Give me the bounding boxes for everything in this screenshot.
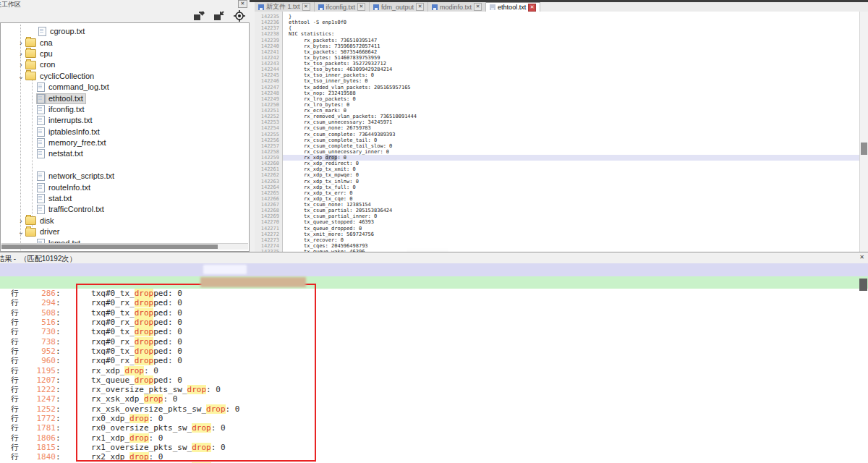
result-line-number: 730 — [21, 327, 56, 336]
tree-item[interactable]: stat.txt — [1, 193, 249, 204]
tree-item[interactable]: ifconfig.txt — [1, 104, 249, 115]
collapse-all-icon[interactable] — [212, 9, 226, 22]
result-row[interactable]: 行 952 : txq#0_tx_dropped: 0 — [0, 347, 868, 356]
tree-node-icon — [38, 27, 46, 36]
code-line: 142252 rx_removed_vlan_packets: 73651009… — [255, 114, 859, 119]
result-row[interactable]: 行 1815 : rx1_oversize_pkts_sw_drop: 0 — [0, 443, 868, 452]
tree-item[interactable]: › cna — [1, 37, 249, 48]
expand-all-icon[interactable] — [192, 9, 206, 22]
result-row[interactable]: 行 1806 : rx1_xdp_drop: 0 — [0, 433, 868, 443]
locate-file-icon[interactable] — [232, 9, 247, 22]
result-row[interactable]: 行 1840 : rx2_xdp_drop: 0 — [0, 452, 868, 462]
tree-item[interactable]: memory_free.txt — [1, 137, 249, 148]
editor-tab[interactable]: 新文件 1.txt ✕ — [255, 2, 315, 12]
results-close-icon[interactable]: ✕ — [858, 254, 866, 261]
code-line: 142258 rx_csum_unnecessary_inner: 0 — [255, 149, 859, 155]
result-row[interactable]: 行 1247 : rx_xsk_xdp_drop: 0 — [0, 394, 868, 404]
tree-item[interactable]: netstat.txt — [1, 148, 249, 159]
tree-item-label: disk — [38, 216, 56, 226]
line-number: 142262 — [255, 172, 283, 178]
editor-vertical-scrollbar[interactable] — [859, 12, 868, 252]
match-highlight: drop — [192, 423, 211, 433]
editor-tab[interactable]: fdm_output ✕ — [370, 2, 428, 12]
editor-vscroll-thumb[interactable] — [861, 143, 867, 155]
results-vscroll-thumb[interactable] — [859, 279, 867, 291]
file-saved-icon — [318, 4, 324, 10]
tab-label: ethtool.txt — [498, 4, 526, 11]
line-number: 142263 — [255, 179, 283, 184]
result-row[interactable]: 行 1781 : rx0_oversize_pkts_sw_drop: 0 — [0, 423, 868, 433]
tree-item[interactable]: iptablesInfo.txt — [1, 127, 249, 137]
tab-close-icon[interactable]: ✕ — [528, 4, 536, 12]
line-word-label: 行 — [11, 404, 21, 414]
result-row[interactable]: 行 1207 : tx_queue_dropped: 0 — [0, 375, 868, 385]
tree-node-icon — [37, 183, 45, 192]
line-number: 142245 — [255, 72, 283, 78]
line-number: 142256 — [255, 137, 283, 143]
line-number: 142255 — [255, 132, 283, 137]
result-row[interactable]: 行 508 : txq#0_tx_dropped: 0 — [0, 308, 868, 318]
tree-item[interactable]: ⌄ driver — [1, 226, 249, 237]
code-line: 142264 rx_xdp_tx_full: 0 — [255, 184, 859, 190]
tree-item[interactable]: › cpu — [1, 48, 249, 59]
result-file-path-row[interactable]: E:\日志\armod0523.odata.ncmp.unicom.locala… — [0, 276, 868, 289]
code-line: 142242 tx_bytes: 514607839753959 — [255, 55, 859, 61]
tree-item[interactable]: trafficControl.txt — [1, 204, 249, 215]
code-line: 142265 rx_xdp_tx_err: 0 — [255, 190, 859, 196]
code-line: 142268 tx_csum_partial: 205153836424 — [255, 208, 859, 213]
result-row[interactable]: 行 738 : rxq#0_rx_dropped: 0 — [0, 337, 868, 347]
workspace-close-icon[interactable]: ✕ — [238, 0, 247, 8]
tree-expander-icon[interactable]: › — [17, 217, 25, 225]
result-line-number: 1222 — [21, 385, 56, 394]
result-row[interactable]: 行 294 : rxq#0_rx_dropped: 0 — [0, 298, 868, 307]
line-word-label: 行 — [11, 414, 21, 423]
editor-tab[interactable]: ifconfig.txt ✕ — [315, 2, 370, 12]
line-word-label: 行 — [11, 289, 21, 298]
tree-item[interactable]: routeInfo.txt — [1, 182, 249, 192]
tree-node-icon — [25, 216, 36, 225]
code-area[interactable]: 142235 } 142236 ethtool -S enp1s0f0 1422… — [255, 12, 859, 252]
tree-item[interactable]: interrupts.txt — [1, 115, 249, 126]
result-row[interactable]: 行 1222 : rx_oversize_pkts_sw_drop: 0 — [0, 385, 868, 394]
code-line: 142260 rx_xdp_redirect: 0 — [255, 161, 859, 166]
editor-tab[interactable]: ethtool.txt ✕ — [486, 2, 540, 12]
code-line: 142257 rx_csum_complete_tail_slow: 0 — [255, 143, 859, 149]
result-row[interactable]: 行 1772 : rx0_xdp_drop: 0 — [0, 414, 868, 423]
result-row[interactable]: 行 1195 : rx_xdp_drop: 0 — [0, 366, 868, 375]
tree-node-icon — [25, 228, 36, 237]
code-line: 142255 rx_csum_complete: 736449389393 — [255, 132, 859, 137]
tree-expander-icon[interactable]: › — [17, 61, 25, 69]
tree-horizontal-scrollbar[interactable] — [1, 243, 248, 250]
tree-item[interactable]: › disk — [1, 216, 249, 226]
tab-close-icon[interactable]: ✕ — [357, 3, 365, 11]
result-row[interactable]: 行 516 : rxq#0_rx_dropped: 0 — [0, 318, 868, 327]
file-saved-icon — [432, 4, 438, 10]
tab-close-icon[interactable]: ✕ — [416, 3, 424, 11]
tree-expander-icon[interactable]: › — [17, 50, 25, 58]
tree-expander-icon[interactable]: ⌄ — [17, 228, 25, 236]
tree-item[interactable]: network_scripts.txt — [1, 171, 249, 182]
tree-item[interactable]: › cron — [1, 59, 249, 70]
tree-item[interactable]: ⌄ cyclicCollection — [1, 71, 249, 82]
tree-item[interactable]: command_log.txt — [1, 82, 249, 93]
tree-expander-icon[interactable]: ⌄ — [17, 72, 25, 80]
editor-tab[interactable]: modinfo.txt ✕ — [428, 2, 486, 12]
tab-close-icon[interactable]: ✕ — [302, 3, 310, 11]
result-row[interactable]: 行 730 : txq#0_tx_dropped: 0 — [0, 327, 868, 336]
code-line: 142267 tx_csum_none: 12385154 — [255, 202, 859, 208]
line-number: 142249 — [255, 96, 283, 102]
line-word-label: 行 — [11, 327, 21, 336]
line-number: 142258 — [255, 149, 283, 155]
tree-hscroll-thumb[interactable] — [1, 245, 218, 249]
tab-close-icon[interactable]: ✕ — [474, 3, 482, 11]
result-row[interactable]: 行 286 : txq#0_tx_dropped: 0 — [0, 289, 868, 298]
line-number: 142238 — [255, 31, 283, 37]
result-row[interactable]: 行 960 : rxq#0_rx_dropped: 0 — [0, 356, 868, 365]
tree-item[interactable]: ethtool.txt — [1, 93, 249, 103]
tree-node-icon — [37, 205, 45, 214]
selected-match: drop — [326, 155, 338, 161]
code-line: 142241 tx_packets: 507354668642 — [255, 49, 859, 55]
tree-item[interactable]: cgroup.txt — [1, 26, 249, 37]
result-row[interactable]: 行 1252 : rx_xsk_oversize_pkts_sw_drop: 0 — [0, 404, 868, 414]
tree-expander-icon[interactable]: › — [17, 39, 25, 47]
